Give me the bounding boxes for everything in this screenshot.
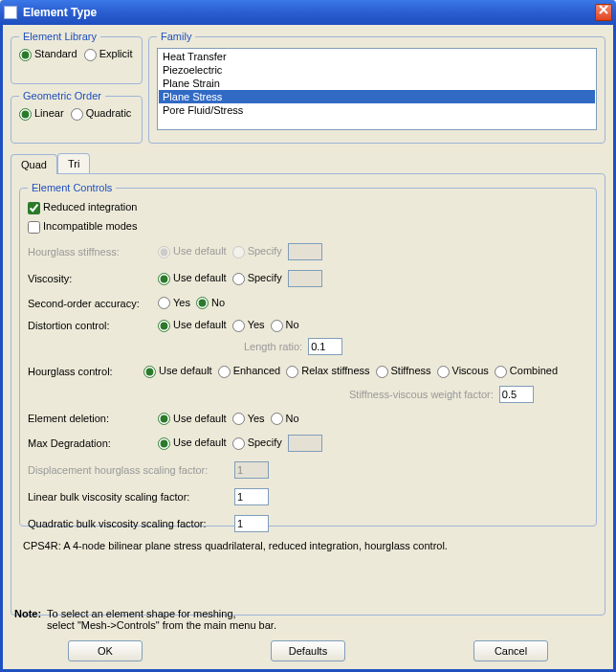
radio-linear[interactable]: Linear bbox=[19, 107, 64, 121]
viscosity-label: Viscosity: bbox=[28, 273, 152, 284]
radio-dist-default[interactable]: Use default bbox=[158, 319, 227, 332]
radio-hgc-default[interactable]: Use default bbox=[143, 365, 212, 378]
radio-edel-yes[interactable]: Yes bbox=[232, 413, 265, 426]
list-item[interactable]: Piezoelectric bbox=[159, 63, 595, 77]
length-ratio-label: Length ratio: bbox=[244, 341, 302, 352]
distortion-label: Distortion control: bbox=[28, 320, 152, 331]
family-group: Family Heat Transfer Piezoelectric Plane… bbox=[148, 31, 605, 144]
hourglass-control-label: Hourglass control: bbox=[28, 366, 138, 377]
quad-bulk-label: Quadratic bulk viscosity scaling factor: bbox=[28, 518, 229, 529]
second-order-label: Second-order accuracy: bbox=[28, 298, 152, 309]
radio-quadratic[interactable]: Quadratic bbox=[71, 107, 132, 121]
close-icon bbox=[599, 5, 608, 14]
linear-bulk-input[interactable] bbox=[234, 488, 269, 505]
element-library-group: Element Library Standard Explicit bbox=[11, 31, 143, 84]
note-label: Note: bbox=[14, 608, 41, 631]
linear-bulk-label: Linear bulk viscosity scaling factor: bbox=[28, 491, 229, 503]
window-body: Element Library Standard Explicit Geomet… bbox=[0, 25, 616, 672]
family-list[interactable]: Heat Transfer Piezoelectric Plane Strain… bbox=[157, 48, 597, 130]
tabstrip: Quad Tri bbox=[11, 153, 605, 173]
note-line1: To select an element shape for meshing, bbox=[47, 608, 276, 619]
family-legend: Family bbox=[157, 31, 195, 42]
tab-quad[interactable]: Quad bbox=[11, 154, 57, 174]
note: Note: To select an element shape for mes… bbox=[14, 608, 276, 631]
titlebar: Element Type bbox=[0, 0, 616, 25]
ok-button[interactable]: OK bbox=[68, 640, 143, 661]
radio-explicit[interactable]: Explicit bbox=[84, 48, 133, 61]
tab-panel-quad: Element Controls Reduced integration Inc… bbox=[11, 173, 605, 616]
checkbox-incompatible-modes[interactable]: Incompatible modes bbox=[28, 220, 137, 232]
length-ratio-input[interactable] bbox=[308, 338, 342, 355]
element-description: CPS4R: A 4-node bilinear plane stress qu… bbox=[19, 540, 597, 551]
radio-visc-default[interactable]: Use default bbox=[158, 272, 227, 285]
radio-edel-no[interactable]: No bbox=[271, 413, 299, 426]
radio-standard[interactable]: Standard bbox=[19, 48, 77, 61]
list-item[interactable]: Plane Strain bbox=[159, 77, 595, 90]
hgs-input bbox=[288, 243, 322, 260]
cancel-button[interactable]: Cancel bbox=[473, 640, 548, 661]
element-controls-legend: Element Controls bbox=[28, 182, 116, 193]
disp-hourglass-input bbox=[234, 461, 269, 479]
radio-hgc-enhanced[interactable]: Enhanced bbox=[218, 365, 281, 378]
max-degradation-label: Max Degradation: bbox=[28, 437, 152, 449]
close-button[interactable] bbox=[595, 4, 612, 21]
mdeg-input bbox=[288, 435, 322, 452]
radio-edel-default[interactable]: Use default bbox=[158, 413, 227, 426]
radio-soa-yes[interactable]: Yes bbox=[158, 297, 190, 310]
radio-hgc-combined[interactable]: Combined bbox=[495, 365, 558, 378]
radio-hgs-default: Use default bbox=[158, 245, 227, 258]
checkbox-reduced-integration[interactable]: Reduced integration bbox=[28, 201, 137, 213]
radio-dist-no[interactable]: No bbox=[271, 319, 299, 332]
list-item[interactable]: Pore Fluid/Stress bbox=[159, 103, 595, 117]
app-icon bbox=[4, 6, 17, 19]
radio-dist-yes[interactable]: Yes bbox=[232, 319, 265, 332]
weight-factor-input[interactable] bbox=[499, 386, 534, 403]
list-item[interactable]: Heat Transfer bbox=[159, 50, 595, 63]
quad-bulk-input[interactable] bbox=[234, 515, 269, 532]
radio-visc-specify[interactable]: Specify bbox=[232, 272, 282, 285]
element-deletion-label: Element deletion: bbox=[28, 413, 152, 424]
radio-soa-no[interactable]: No bbox=[196, 297, 225, 310]
disp-hourglass-label: Displacement hourglass scaling factor: bbox=[28, 464, 229, 476]
defaults-button[interactable]: Defaults bbox=[271, 640, 345, 661]
radio-hgc-relax[interactable]: Relax stiffness bbox=[286, 365, 369, 378]
geometric-order-group: Geometric Order Linear Quadratic bbox=[11, 90, 143, 144]
element-library-legend: Element Library bbox=[19, 31, 100, 42]
radio-mdeg-specify[interactable]: Specify bbox=[232, 437, 282, 450]
list-item[interactable]: Plane Stress bbox=[159, 90, 595, 103]
button-row: OK Defaults Cancel bbox=[11, 640, 605, 661]
visc-input bbox=[288, 270, 322, 287]
radio-hgc-stiffness[interactable]: Stiffness bbox=[376, 365, 431, 378]
hourglass-stiffness-label: Hourglass stiffness: bbox=[28, 246, 152, 258]
element-controls-group: Element Controls Reduced integration Inc… bbox=[19, 182, 597, 526]
radio-mdeg-default[interactable]: Use default bbox=[158, 437, 227, 450]
weight-factor-label: Stiffness-viscous weight factor: bbox=[349, 389, 494, 400]
note-line2: select "Mesh->Controls" from the main me… bbox=[47, 619, 276, 631]
window-title: Element Type bbox=[23, 6, 595, 19]
radio-hgc-viscous[interactable]: Viscous bbox=[437, 365, 489, 378]
radio-hgs-specify: Specify bbox=[232, 245, 282, 258]
geometric-order-legend: Geometric Order bbox=[19, 90, 105, 101]
tab-tri[interactable]: Tri bbox=[57, 153, 90, 173]
